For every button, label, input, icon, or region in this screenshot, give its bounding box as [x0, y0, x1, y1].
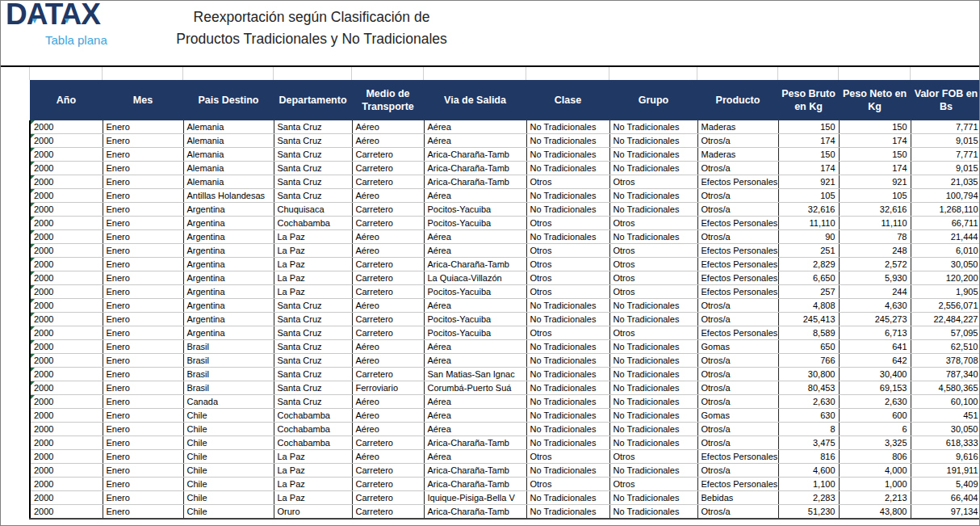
cell-departamento[interactable]: Santa Cruz [274, 189, 352, 203]
cell-producto[interactable]: Otros/a [697, 395, 778, 409]
cell-valor-fob-en-bs[interactable]: 7,771 [911, 120, 980, 134]
cell-a-o[interactable]: 2000 [30, 409, 103, 423]
cell-peso-bruto-en-kg[interactable]: 2,283 [778, 491, 839, 505]
cell-clase[interactable]: No Tradicionales [526, 436, 609, 450]
cell-peso-bruto-en-kg[interactable]: 2,829 [778, 258, 839, 271]
cell-producto[interactable]: Otros/a [697, 162, 778, 175]
cell-grupo[interactable]: No Tradicionales [609, 203, 697, 217]
cell-medio-de-transporte[interactable]: Carretero [352, 313, 424, 326]
cell-mes[interactable]: Enero [103, 423, 183, 436]
cell-clase[interactable]: Otros [526, 478, 609, 491]
cell-medio-de-transporte[interactable]: Carretero [352, 368, 424, 381]
cell-grupo[interactable]: No Tradicionales [609, 423, 697, 436]
cell-pais-destino[interactable]: Chile [183, 505, 274, 520]
cell-departamento[interactable]: Chuquisaca [274, 203, 352, 217]
cell-medio-de-transporte[interactable]: Aéreo [352, 450, 424, 464]
cell-departamento[interactable]: La Paz [274, 450, 352, 464]
cell-peso-neto-en-kg[interactable]: 174 [839, 134, 911, 148]
cell-producto[interactable]: Otros/a [697, 230, 778, 244]
cell-peso-neto-en-kg[interactable]: 43,800 [839, 505, 911, 520]
cell-peso-neto-en-kg[interactable]: 30,400 [839, 368, 911, 381]
cell-grupo[interactable]: No Tradicionales [609, 313, 697, 326]
cell-grupo[interactable]: No Tradicionales [609, 299, 697, 313]
cell-peso-bruto-en-kg[interactable]: 8,589 [778, 326, 839, 340]
cell-valor-fob-en-bs[interactable]: 2,556,071 [911, 299, 980, 313]
cell-grupo[interactable]: No Tradicionales [609, 230, 697, 244]
cell-medio-de-transporte[interactable]: Aéreo [352, 120, 424, 134]
cell-clase[interactable]: No Tradicionales [526, 505, 609, 520]
cell-departamento[interactable]: Santa Cruz [274, 326, 352, 340]
cell-pais-destino[interactable]: Canada [183, 395, 274, 409]
cell-medio-de-transporte[interactable]: Carretero [352, 175, 424, 189]
cell-medio-de-transporte[interactable]: Aéreo [352, 230, 424, 244]
cell-pais-destino[interactable]: Chile [183, 478, 274, 491]
cell-via-de-salida[interactable]: Iquique-Pisiga-Bella V [424, 491, 526, 505]
cell-clase[interactable]: Otros [526, 450, 609, 464]
cell-a-o[interactable]: 2000 [30, 299, 103, 313]
cell-producto[interactable]: Otros/a [697, 299, 778, 313]
cell-mes[interactable]: Enero [103, 436, 183, 450]
cell-mes[interactable]: Enero [103, 409, 183, 423]
cell-pais-destino[interactable]: Argentina [183, 258, 274, 271]
cell-pais-destino[interactable]: Chile [183, 423, 274, 436]
cell-pais-destino[interactable]: Chile [183, 491, 274, 505]
cell-pais-destino[interactable]: Argentina [183, 244, 274, 258]
cell-producto[interactable]: Efectos Personales [697, 478, 778, 491]
cell-peso-neto-en-kg[interactable]: 642 [839, 354, 911, 368]
cell-medio-de-transporte[interactable]: Aéreo [352, 354, 424, 368]
cell-peso-bruto-en-kg[interactable]: 6,650 [778, 271, 839, 285]
cell-pais-destino[interactable]: Argentina [183, 230, 274, 244]
cell-medio-de-transporte[interactable]: Aéreo [352, 340, 424, 354]
cell-a-o[interactable]: 2000 [30, 258, 103, 271]
cell-clase[interactable]: Otros [526, 217, 609, 230]
cell-mes[interactable]: Enero [103, 313, 183, 326]
cell-clase[interactable]: No Tradicionales [526, 381, 609, 395]
cell-peso-neto-en-kg[interactable]: 2,630 [839, 395, 911, 409]
cell-peso-neto-en-kg[interactable]: 150 [839, 120, 911, 134]
cell-medio-de-transporte[interactable]: Aéreo [352, 299, 424, 313]
cell-clase[interactable]: No Tradicionales [526, 299, 609, 313]
cell-a-o[interactable]: 2000 [30, 450, 103, 464]
cell-grupo[interactable]: No Tradicionales [609, 162, 697, 175]
cell-departamento[interactable]: Santa Cruz [274, 162, 352, 175]
cell-producto[interactable]: Otros/a [697, 368, 778, 381]
cell-peso-bruto-en-kg[interactable]: 174 [778, 162, 839, 175]
cell-peso-neto-en-kg[interactable]: 174 [839, 162, 911, 175]
cell-producto[interactable]: Otros/a [697, 505, 778, 520]
cell-a-o[interactable]: 2000 [30, 381, 103, 395]
cell-departamento[interactable]: La Paz [274, 244, 352, 258]
cell-valor-fob-en-bs[interactable]: 97,134 [911, 505, 980, 520]
cell-medio-de-transporte[interactable]: Carretero [352, 217, 424, 230]
cell-producto[interactable]: Otros/a [697, 436, 778, 450]
cell-grupo[interactable]: No Tradicionales [609, 395, 697, 409]
cell-departamento[interactable]: La Paz [274, 230, 352, 244]
cell-valor-fob-en-bs[interactable]: 66,404 [911, 491, 980, 505]
cell-via-de-salida[interactable]: Arica-Charaña-Tamb [424, 148, 526, 162]
cell-producto[interactable]: Efectos Personales [697, 175, 778, 189]
cell-peso-bruto-en-kg[interactable]: 90 [778, 230, 839, 244]
cell-pais-destino[interactable]: Brasil [183, 381, 274, 395]
cell-pais-destino[interactable]: Alemania [183, 134, 274, 148]
cell-via-de-salida[interactable]: Pocitos-Yacuiba [424, 217, 526, 230]
cell-clase[interactable]: Otros [526, 244, 609, 258]
cell-peso-bruto-en-kg[interactable]: 2,630 [778, 395, 839, 409]
cell-departamento[interactable]: Santa Cruz [274, 340, 352, 354]
cell-grupo[interactable]: Otros [609, 175, 697, 189]
cell-a-o[interactable]: 2000 [30, 148, 103, 162]
cell-producto[interactable]: Efectos Personales [697, 326, 778, 340]
cell-a-o[interactable]: 2000 [30, 368, 103, 381]
cell-pais-destino[interactable]: Alemania [183, 148, 274, 162]
cell-peso-bruto-en-kg[interactable]: 816 [778, 450, 839, 464]
cell-pais-destino[interactable]: Chile [183, 464, 274, 478]
cell-peso-bruto-en-kg[interactable]: 3,475 [778, 436, 839, 450]
cell-pais-destino[interactable]: Alemania [183, 120, 274, 134]
cell-mes[interactable]: Enero [103, 217, 183, 230]
cell-valor-fob-en-bs[interactable]: 618,333 [911, 436, 980, 450]
cell-a-o[interactable]: 2000 [30, 285, 103, 299]
cell-clase[interactable]: Otros [526, 258, 609, 271]
cell-producto[interactable]: Otros/a [697, 464, 778, 478]
cell-grupo[interactable]: No Tradicionales [609, 505, 697, 520]
cell-valor-fob-en-bs[interactable]: 60,100 [911, 395, 980, 409]
cell-via-de-salida[interactable]: Arica-Charaña-Tamb [424, 175, 526, 189]
cell-valor-fob-en-bs[interactable]: 66,711 [911, 217, 980, 230]
